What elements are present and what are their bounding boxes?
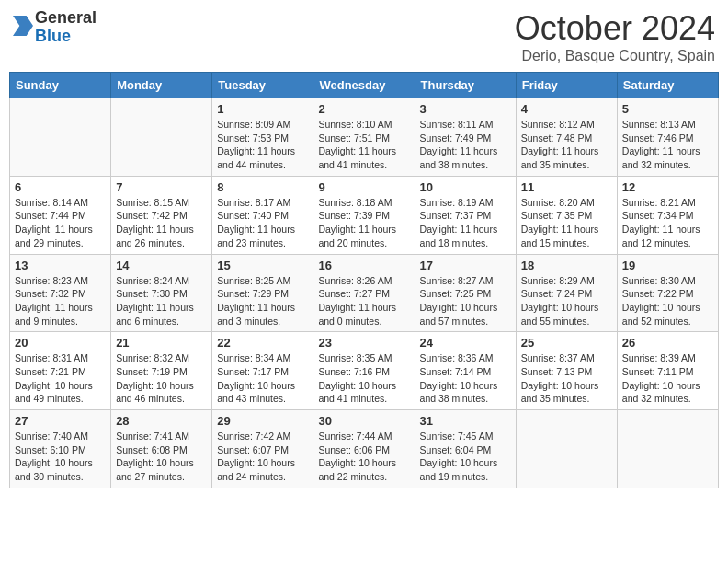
sunrise-text: Sunrise: 7:41 AM [116,431,189,442]
day-number: 16 [318,259,409,272]
calendar-cell: 8 Sunrise: 8:17 AM Sunset: 7:40 PM Dayli… [212,176,313,254]
day-info: Sunrise: 7:40 AM Sunset: 6:10 PM Dayligh… [15,430,106,484]
calendar-cell: 1 Sunrise: 8:09 AM Sunset: 7:53 PM Dayli… [212,98,313,177]
day-info: Sunrise: 8:27 AM Sunset: 7:25 PM Dayligh… [420,274,511,328]
day-info: Sunrise: 8:11 AM Sunset: 7:49 PM Dayligh… [420,118,511,172]
sunset-text: Sunset: 7:51 PM [318,132,390,144]
sunset-text: Sunset: 6:10 PM [15,444,86,455]
day-number: 5 [622,102,713,116]
calendar-cell: 11 Sunrise: 8:20 AM Sunset: 7:35 PM Dayl… [516,176,617,254]
daylight-text: Daylight: 10 hours and 52 minutes. [622,302,700,327]
daylight-text: Daylight: 11 hours and 35 minutes. [521,145,599,170]
week-row-5: 27 Sunrise: 7:40 AM Sunset: 6:10 PM Dayl… [10,410,719,488]
month-title: October 2024 [515,9,715,48]
day-info: Sunrise: 8:35 AM Sunset: 7:16 PM Dayligh… [318,351,409,406]
calendar-cell [10,98,111,177]
sunset-text: Sunset: 7:35 PM [521,210,593,221]
week-row-4: 20 Sunrise: 8:31 AM Sunset: 7:21 PM Dayl… [10,332,719,410]
daylight-text: Daylight: 11 hours and 26 minutes. [116,224,194,248]
day-info: Sunrise: 8:20 AM Sunset: 7:35 PM Dayligh… [521,196,612,250]
daylight-text: Daylight: 11 hours and 23 minutes. [217,224,295,248]
logo-icon [13,16,33,36]
sunset-text: Sunset: 7:19 PM [116,366,188,377]
day-info: Sunrise: 8:13 AM Sunset: 7:46 PM Dayligh… [622,118,713,172]
daylight-text: Daylight: 11 hours and 12 minutes. [622,224,700,248]
sunrise-text: Sunrise: 8:32 AM [116,352,189,363]
day-number: 18 [521,259,612,272]
sunset-text: Sunset: 7:30 PM [116,288,188,299]
calendar-cell: 2 Sunrise: 8:10 AM Sunset: 7:51 PM Dayli… [313,98,415,177]
col-header-friday: Friday [516,73,617,98]
sunrise-text: Sunrise: 7:45 AM [420,431,494,442]
calendar-cell: 14 Sunrise: 8:24 AM Sunset: 7:30 PM Dayl… [111,254,212,332]
sunset-text: Sunset: 7:53 PM [217,132,289,144]
day-info: Sunrise: 7:45 AM Sunset: 6:04 PM Dayligh… [420,430,511,484]
sunset-text: Sunset: 7:29 PM [217,288,289,299]
sunrise-text: Sunrise: 8:20 AM [521,197,595,208]
calendar-cell: 24 Sunrise: 8:36 AM Sunset: 7:14 PM Dayl… [415,332,516,410]
day-number: 9 [318,180,409,194]
day-info: Sunrise: 8:24 AM Sunset: 7:30 PM Dayligh… [116,274,207,328]
sunrise-text: Sunrise: 8:11 AM [420,119,494,130]
calendar-cell: 29 Sunrise: 7:42 AM Sunset: 6:07 PM Dayl… [212,410,313,488]
day-info: Sunrise: 7:41 AM Sunset: 6:08 PM Dayligh… [116,430,207,484]
sunrise-text: Sunrise: 8:15 AM [116,197,189,208]
daylight-text: Daylight: 11 hours and 29 minutes. [15,224,93,248]
sunset-text: Sunset: 7:14 PM [420,366,492,377]
day-info: Sunrise: 8:29 AM Sunset: 7:24 PM Dayligh… [521,274,612,328]
calendar-cell: 20 Sunrise: 8:31 AM Sunset: 7:21 PM Dayl… [10,332,111,410]
day-info: Sunrise: 8:14 AM Sunset: 7:44 PM Dayligh… [15,196,106,250]
day-number: 24 [420,336,511,350]
calendar-cell: 27 Sunrise: 7:40 AM Sunset: 6:10 PM Dayl… [10,410,111,488]
sunrise-text: Sunrise: 8:25 AM [217,275,290,286]
sunset-text: Sunset: 6:04 PM [420,444,492,455]
daylight-text: Daylight: 10 hours and 30 minutes. [15,457,93,482]
daylight-text: Daylight: 11 hours and 0 minutes. [318,302,396,327]
sunrise-text: Sunrise: 8:14 AM [15,197,88,208]
sunset-text: Sunset: 7:46 PM [622,132,694,144]
day-number: 8 [217,180,308,194]
sunrise-text: Sunrise: 8:19 AM [420,197,494,208]
calendar-cell: 22 Sunrise: 8:34 AM Sunset: 7:17 PM Dayl… [212,332,313,410]
location: Derio, Basque Country, Spain [515,48,715,64]
sunset-text: Sunset: 7:32 PM [15,288,86,299]
sunrise-text: Sunrise: 8:39 AM [622,352,696,363]
day-number: 12 [622,180,713,194]
day-number: 13 [15,259,106,272]
daylight-text: Daylight: 10 hours and 19 minutes. [420,457,498,482]
day-info: Sunrise: 8:18 AM Sunset: 7:39 PM Dayligh… [318,196,409,250]
day-info: Sunrise: 8:19 AM Sunset: 7:37 PM Dayligh… [420,196,511,250]
sunset-text: Sunset: 7:22 PM [622,288,694,299]
sunset-text: Sunset: 6:07 PM [217,444,289,455]
calendar-cell: 17 Sunrise: 8:27 AM Sunset: 7:25 PM Dayl… [415,254,516,332]
sunrise-text: Sunrise: 7:40 AM [15,431,88,442]
calendar-cell: 5 Sunrise: 8:13 AM Sunset: 7:46 PM Dayli… [617,98,718,177]
sunrise-text: Sunrise: 7:42 AM [217,431,290,442]
day-number: 7 [116,180,207,194]
day-number: 30 [318,414,409,428]
sunrise-text: Sunrise: 8:13 AM [622,119,696,130]
sunrise-text: Sunrise: 8:10 AM [318,119,392,130]
sunrise-text: Sunrise: 8:17 AM [217,197,290,208]
day-number: 21 [116,336,207,350]
day-info: Sunrise: 8:23 AM Sunset: 7:32 PM Dayligh… [15,274,106,328]
daylight-text: Daylight: 11 hours and 32 minutes. [622,145,700,170]
col-header-saturday: Saturday [617,73,718,98]
daylight-text: Daylight: 11 hours and 3 minutes. [217,302,295,327]
day-number: 4 [521,102,612,116]
sunrise-text: Sunrise: 8:12 AM [521,119,595,130]
calendar-cell [516,410,617,488]
sunset-text: Sunset: 7:40 PM [217,210,289,221]
day-info: Sunrise: 8:17 AM Sunset: 7:40 PM Dayligh… [217,196,308,250]
calendar-cell: 16 Sunrise: 8:26 AM Sunset: 7:27 PM Dayl… [313,254,415,332]
day-number: 31 [420,414,511,428]
sunrise-text: Sunrise: 8:18 AM [318,197,392,208]
daylight-text: Daylight: 11 hours and 15 minutes. [521,224,599,248]
week-row-2: 6 Sunrise: 8:14 AM Sunset: 7:44 PM Dayli… [10,176,719,254]
sunset-text: Sunset: 7:49 PM [420,132,492,144]
day-info: Sunrise: 8:15 AM Sunset: 7:42 PM Dayligh… [116,196,207,250]
calendar-cell: 15 Sunrise: 8:25 AM Sunset: 7:29 PM Dayl… [212,254,313,332]
day-number: 25 [521,336,612,350]
daylight-text: Daylight: 10 hours and 49 minutes. [15,380,93,405]
sunset-text: Sunset: 7:24 PM [521,288,593,299]
